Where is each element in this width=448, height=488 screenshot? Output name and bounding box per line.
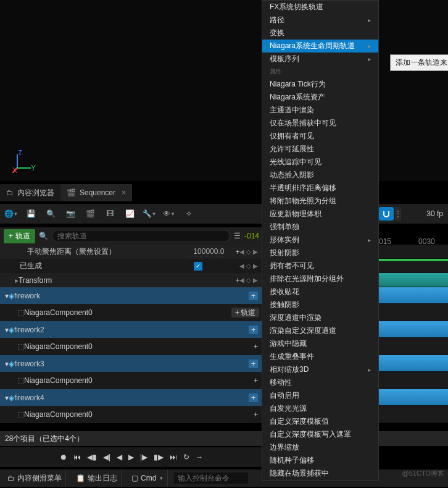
plus-icon[interactable]: + xyxy=(249,393,258,402)
console-input[interactable] xyxy=(174,473,248,484)
menu-item[interactable]: 接收贴花 xyxy=(262,285,378,298)
track-niagara-component[interactable]: ⬚ NiagaraComponent0 + 轨道 xyxy=(0,304,263,321)
plus-icon[interactable]: + xyxy=(235,276,239,285)
menu-item[interactable]: 接触阴影 xyxy=(262,298,378,311)
menu-item[interactable]: 将附加物光照为分组 xyxy=(262,195,378,208)
menu-item[interactable]: 模板序列▸ xyxy=(262,53,378,65)
track-value[interactable]: 100000.0 xyxy=(187,247,224,256)
svg-text:z: z xyxy=(19,148,22,156)
content-drawer-button[interactable]: 🗀 内容侧滑菜单 xyxy=(4,469,66,487)
viewport[interactable]: z Y X xyxy=(0,0,448,181)
add-track-button[interactable]: + 轨道 xyxy=(4,229,35,243)
menu-item[interactable]: 应更新物理体积 xyxy=(262,208,378,221)
menu-item[interactable]: 仅拥有者可见 xyxy=(262,130,378,143)
menu-item[interactable]: 隐藏在场景捕获中 xyxy=(262,467,378,480)
output-log-button[interactable]: 📋 输出日志 xyxy=(72,469,122,487)
step-fwd-keyframe-icon[interactable]: ▮▶ xyxy=(154,453,164,461)
save-icon[interactable]: 💾 xyxy=(25,208,37,220)
loop-icon[interactable]: ↻ xyxy=(183,453,189,461)
snap-options[interactable]: ⋮ xyxy=(395,207,401,221)
menu-item[interactable]: 光线追踪中可见 xyxy=(262,156,378,169)
key-nav[interactable]: ◀ ◇ ▶ xyxy=(239,263,258,269)
plus-icon[interactable]: + xyxy=(249,292,258,300)
menu-item[interactable]: 允许可延展性 xyxy=(262,143,378,156)
menu-item[interactable]: Niagara Tick行为 xyxy=(262,78,378,91)
actor-firework2[interactable]: ▾ ◈ firework2 + xyxy=(0,321,263,338)
menu-item[interactable]: 强制单独 xyxy=(262,221,378,233)
checkbox-on[interactable]: ✓ xyxy=(194,262,202,271)
actor-firework4[interactable]: ▾ ◈ firework4 + xyxy=(0,389,263,406)
menu-item[interactable]: 渲染自定义深度通道 xyxy=(262,324,378,337)
menu-item[interactable]: 随机种子偏移 xyxy=(262,454,378,467)
track-transform[interactable]: ▸ Transform + ◀ ◇ ▶ xyxy=(0,273,263,287)
cmd-dropdown[interactable]: ▢ Cmd ▼ xyxy=(128,469,168,487)
menu-item[interactable]: 自发光光源 xyxy=(262,402,378,415)
plus-icon[interactable]: + xyxy=(249,326,258,334)
time-value[interactable]: -014 xyxy=(244,232,259,240)
plus-icon[interactable]: + xyxy=(249,360,258,368)
menu-item[interactable]: 变换 xyxy=(262,27,378,40)
menu-item[interactable]: 自动启用 xyxy=(262,389,378,402)
wrench-icon[interactable]: 🔧▼ xyxy=(143,208,156,220)
menu-item[interactable]: 形体实例▸ xyxy=(262,233,378,246)
track-manual-focus[interactable]: 手动聚焦距离（聚焦设置） 100000.0 + ◀ ◇ ▶ xyxy=(0,245,263,259)
search-input[interactable] xyxy=(52,230,230,242)
snap-toggle[interactable] xyxy=(379,207,394,221)
menu-item[interactable]: 半透明排序距离偏移 xyxy=(262,182,378,195)
actor-firework3[interactable]: ▾ ◈ firework3 + xyxy=(0,355,263,372)
menu-item[interactable]: 排除在光源附加分组外 xyxy=(262,272,378,285)
track-generated[interactable]: 已生成 ✓ ◀ ◇ ▶ xyxy=(0,259,263,273)
step-fwd-icon[interactable]: |▶ xyxy=(140,453,147,461)
menu-item[interactable]: 移动性 xyxy=(262,376,378,389)
camera-icon[interactable]: 📷 xyxy=(64,208,77,220)
director-icon[interactable]: 🎞 xyxy=(104,208,116,220)
key-nav[interactable]: ◀ ◇ ▶ xyxy=(239,248,258,255)
menu-item[interactable]: 游戏中隐藏 xyxy=(262,337,378,350)
play-icon[interactable]: ▶ xyxy=(128,453,134,461)
eye-icon[interactable]: 👁▼ xyxy=(163,208,175,220)
menu-item[interactable]: 相对缩放3D▸ xyxy=(262,363,378,376)
plus-icon[interactable]: + xyxy=(254,410,258,419)
step-back-icon[interactable]: ◀| xyxy=(103,453,110,461)
add-track-badge[interactable]: + 轨道 xyxy=(231,308,259,318)
menu-item[interactable]: 拥有者不可见 xyxy=(262,259,378,272)
menu-item[interactable]: 主通道中渲染 xyxy=(262,104,378,117)
tab-sequencer[interactable]: 🎬 Sequencer × xyxy=(60,184,132,201)
clapper-icon[interactable]: 🎬 xyxy=(84,208,96,220)
menu-item[interactable]: Niagara系统资产 xyxy=(262,91,378,104)
menu-item[interactable]: 自定义深度模板写入遮罩 xyxy=(262,428,378,441)
play-reverse-icon[interactable]: ◀ xyxy=(117,453,122,461)
goto-end-icon[interactable]: ⏭ xyxy=(170,453,177,461)
menu-item[interactable]: 深度通道中渲染 xyxy=(262,311,378,324)
filter-icon[interactable]: ☰ xyxy=(234,232,241,240)
menu-item[interactable]: FX系统切换轨道 xyxy=(262,1,378,14)
track-niagara-component[interactable]: ⬚ NiagaraComponent0 + xyxy=(0,338,263,355)
menu-item[interactable]: Niagara系统生命周期轨道▸ xyxy=(262,40,378,53)
track-niagara-component[interactable]: ⬚ NiagaraComponent0 + xyxy=(0,372,263,389)
menu-item[interactable]: 路径▸ xyxy=(262,14,378,27)
menu-item[interactable]: 投射阴影 xyxy=(262,246,378,259)
find-icon[interactable]: 🔍 xyxy=(44,208,57,220)
tab-content-browser[interactable]: 🗀 内容浏览器 xyxy=(0,184,60,201)
close-icon[interactable]: × xyxy=(122,188,126,197)
fx-icon[interactable]: ✧ xyxy=(183,208,195,220)
menu-item[interactable]: 生成重叠事件 xyxy=(262,350,378,363)
menu-item[interactable]: 边界缩放 xyxy=(262,441,378,454)
track-niagara-component[interactable]: ⬚ NiagaraComponent0 + xyxy=(0,406,263,423)
plus-icon[interactable]: + xyxy=(254,342,258,351)
actor-firework[interactable]: ▾ ◈ firework + xyxy=(0,287,263,304)
timeline-tracks[interactable] xyxy=(379,245,448,423)
world-icon[interactable]: 🌐▼ xyxy=(5,208,17,220)
arrow-right-icon[interactable]: → xyxy=(196,453,203,461)
step-back-keyframe-icon[interactable]: ◀▮ xyxy=(87,453,97,461)
plus-icon[interactable]: + xyxy=(254,376,258,385)
key-nav[interactable]: ◀ ◇ ▶ xyxy=(239,277,258,284)
curve-icon[interactable]: 📈 xyxy=(123,208,136,220)
menu-item[interactable]: 自定义深度模板值 xyxy=(262,415,378,428)
fps-label[interactable]: 30 fp xyxy=(426,209,443,218)
plus-icon[interactable]: + xyxy=(235,248,239,256)
menu-item[interactable]: 动态插入阴影 xyxy=(262,169,378,182)
goto-start-icon[interactable]: ⏮ xyxy=(73,453,81,461)
record-icon[interactable]: ⏺ xyxy=(60,453,67,461)
menu-item[interactable]: 仅在场景捕获中可见 xyxy=(262,117,378,130)
